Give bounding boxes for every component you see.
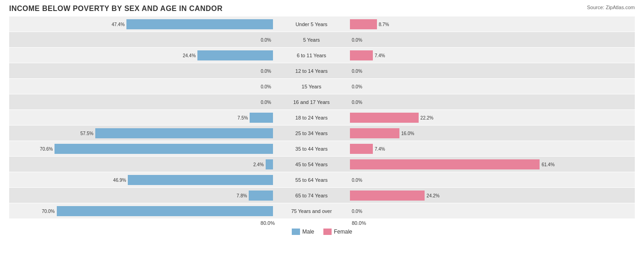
age-label: 16 and 17 Years [275, 99, 348, 105]
female-side: 0.0% [348, 79, 614, 94]
male-side: 0.0% [9, 79, 275, 94]
female-value-label: 7.4% [375, 53, 385, 58]
age-label: 35 to 44 Years [275, 146, 348, 152]
female-bar [350, 113, 419, 123]
male-side: 70.6% [9, 141, 275, 156]
chart-row: 7.5%18 to 24 Years22.2% [9, 110, 635, 125]
male-value-label: 47.4% [112, 22, 125, 27]
male-value-label: 0.0% [261, 68, 271, 73]
male-value-label: 7.5% [238, 115, 248, 120]
chart-row: 7.8%65 to 74 Years24.2% [9, 188, 635, 203]
female-side: 0.0% [348, 63, 614, 78]
male-side: 46.9% [9, 172, 275, 187]
male-value-label: 70.0% [42, 208, 55, 213]
female-value-label: 0.0% [352, 84, 362, 89]
female-value-label: 0.0% [352, 99, 362, 104]
age-label: Under 5 Years [275, 22, 348, 27]
male-bar [266, 159, 273, 169]
age-label: 5 Years [275, 37, 348, 43]
female-side: 7.4% [348, 48, 614, 63]
female-side: 7.4% [348, 141, 614, 156]
male-side: 24.4% [9, 48, 275, 63]
male-bar [197, 50, 273, 60]
male-value-label: 70.6% [40, 146, 53, 151]
female-value-label: 8.7% [379, 22, 389, 27]
male-value-label: 0.0% [261, 37, 271, 42]
female-side: 22.2% [348, 110, 614, 125]
female-bar [350, 144, 373, 154]
male-value-label: 0.0% [261, 99, 271, 104]
chart-row: 0.0%16 and 17 Years0.0% [9, 94, 635, 109]
chart-row: 24.4%6 to 11 Years7.4% [9, 48, 635, 63]
age-label: 75 Years and over [275, 208, 348, 214]
female-bar [350, 159, 540, 169]
age-label: 18 to 24 Years [275, 115, 348, 120]
female-side: 0.0% [348, 203, 614, 218]
age-label: 65 to 74 Years [275, 193, 348, 198]
age-label: 15 Years [275, 84, 348, 89]
male-side: 2.4% [9, 157, 275, 172]
legend-male: Male [292, 229, 314, 235]
female-side: 0.0% [348, 172, 614, 187]
chart-row: 2.4%45 to 54 Years61.4% [9, 157, 635, 172]
chart-title: INCOME BELOW POVERTY BY SEX AND AGE IN C… [9, 5, 223, 13]
male-bar [126, 19, 273, 29]
chart-row: 0.0%15 Years0.0% [9, 79, 635, 94]
female-bar [350, 128, 399, 138]
axis-left: 80.0% [9, 220, 277, 226]
female-side: 61.4% [348, 157, 614, 172]
chart-header: INCOME BELOW POVERTY BY SEX AND AGE IN C… [9, 5, 635, 13]
male-bar [55, 144, 273, 154]
female-bar [350, 19, 377, 29]
female-legend-label: Female [334, 229, 352, 235]
male-value-label: 7.8% [237, 193, 247, 198]
male-value-label: 46.9% [113, 177, 126, 182]
chart-row: 0.0%5 Years0.0% [9, 32, 635, 47]
chart-row: 70.6%35 to 44 Years7.4% [9, 141, 635, 156]
male-bar [249, 191, 273, 201]
male-side: 47.4% [9, 16, 275, 32]
female-legend-box [323, 229, 332, 235]
male-side: 57.5% [9, 125, 275, 141]
female-value-label: 0.0% [352, 37, 362, 42]
male-legend-box [292, 229, 300, 235]
male-bar [250, 113, 273, 123]
chart-row: 70.0%75 Years and over0.0% [9, 203, 635, 218]
female-side: 16.0% [348, 125, 614, 141]
male-bar [95, 128, 273, 138]
chart-row: 47.4%Under 5 Years8.7% [9, 16, 635, 32]
male-value-label: 57.5% [81, 131, 93, 136]
male-bar [128, 175, 273, 185]
female-value-label: 24.2% [426, 193, 439, 198]
age-label: 55 to 64 Years [275, 177, 348, 183]
female-value-label: 16.0% [401, 131, 414, 136]
chart-row: 57.5%25 to 34 Years16.0% [9, 125, 635, 141]
chart-rows-wrapper: 47.4%Under 5 Years8.7%0.0%5 Years0.0%24.… [9, 16, 635, 218]
female-value-label: 22.2% [420, 115, 433, 120]
male-side: 0.0% [9, 63, 275, 78]
male-bar [57, 206, 273, 216]
female-side: 0.0% [348, 94, 614, 109]
female-side: 0.0% [348, 32, 614, 47]
female-value-label: 0.0% [352, 68, 362, 73]
legend-female: Female [323, 229, 352, 235]
female-value-label: 61.4% [541, 162, 554, 167]
chart-source: Source: ZipAtlas.com [587, 5, 635, 10]
male-side: 7.5% [9, 110, 275, 125]
female-side: 8.7% [348, 16, 614, 32]
female-value-label: 7.4% [375, 146, 385, 151]
age-label: 45 to 54 Years [275, 162, 348, 167]
legend: Male Female [9, 229, 635, 235]
male-value-label: 24.4% [183, 53, 196, 58]
age-label: 12 to 14 Years [275, 68, 348, 74]
chart-container: INCOME BELOW POVERTY BY SEX AND AGE IN C… [0, 0, 644, 256]
age-label: 6 to 11 Years [275, 53, 348, 58]
chart-row: 0.0%12 to 14 Years0.0% [9, 63, 635, 78]
male-value-label: 0.0% [261, 84, 271, 89]
female-bar [350, 50, 373, 60]
male-value-label: 2.4% [253, 162, 264, 167]
female-side: 24.2% [348, 188, 614, 203]
female-bar [350, 191, 425, 201]
age-label: 25 to 34 Years [275, 131, 348, 136]
male-legend-label: Male [302, 229, 314, 235]
